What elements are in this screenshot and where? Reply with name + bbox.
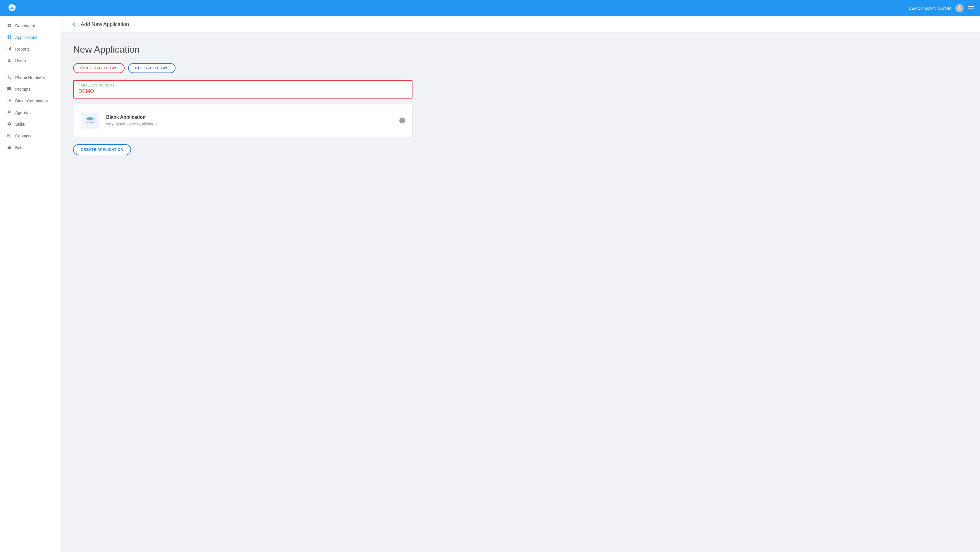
logo: [6, 2, 19, 14]
field-value: DEMO: [78, 88, 407, 94]
sidebar-item-agents[interactable]: Agents: [0, 107, 61, 118]
sidebar-item-prompts[interactable]: Prompts: [0, 83, 61, 95]
svg-point-17: [8, 111, 9, 112]
sidebar-label-skills: Skills: [15, 122, 25, 127]
svg-rect-22: [7, 147, 11, 149]
svg-point-0: [959, 6, 960, 8]
sidebar-item-reports[interactable]: Reports: [0, 43, 61, 55]
blank-application-card[interactable]: zomnio Blank Application New blank voice…: [73, 104, 412, 137]
settings-icon: [6, 122, 12, 127]
svg-rect-27: [8, 148, 9, 149]
dialpad-icon: [6, 98, 12, 103]
page-header: Add New Application: [61, 16, 980, 32]
tab-voice-callflows[interactable]: VOICE CALLFLOWS: [73, 63, 125, 73]
application-name-field[interactable]: * APPLICATION NAME DEMO: [73, 80, 412, 98]
sidebar-label-dialer-campaigns: Dialer Campaigns: [15, 98, 48, 103]
phone-icon: [6, 75, 12, 80]
sidebar-label-contacts: Contacts: [15, 133, 31, 138]
sidebar-label-agents: Agents: [15, 110, 28, 115]
svg-point-14: [10, 100, 11, 101]
svg-point-11: [10, 99, 11, 100]
avatar[interactable]: [955, 4, 964, 12]
sidebar-label-users: Users: [15, 59, 26, 63]
svg-point-18: [10, 111, 11, 112]
page-title: Add New Application: [81, 21, 129, 27]
main-content: Add New Application New Application VOIC…: [61, 16, 980, 552]
sidebar-item-dialer-campaigns[interactable]: Dialer Campaigns: [0, 95, 61, 107]
sidebar-item-bots[interactable]: Bots: [0, 142, 61, 154]
sidebar-label-phone-numbers: Phone Numbers: [15, 75, 45, 80]
header-right: DEMO@ZOMNIO.COM: [908, 4, 974, 12]
sidebar-item-applications[interactable]: Applications: [0, 32, 61, 43]
new-application-title: New Application: [73, 44, 968, 55]
sidebar-label-reports: Reports: [15, 47, 30, 51]
card-description: New blank voice application.: [106, 122, 392, 126]
field-label: * APPLICATION NAME: [78, 84, 407, 87]
sidebar-item-contacts[interactable]: Contacts: [0, 130, 61, 142]
person-icon: [6, 58, 12, 63]
svg-point-16: [9, 102, 10, 102]
sidebar-item-dashboard[interactable]: Dashboard: [0, 20, 61, 32]
sidebar-label-applications: Applications: [15, 35, 37, 40]
card-title: Blank Application: [106, 114, 392, 120]
bar-chart-icon: [6, 46, 12, 52]
svg-point-12: [7, 100, 8, 101]
card-radio[interactable]: [399, 117, 405, 124]
svg-point-8: [8, 59, 10, 60]
svg-point-25: [10, 148, 10, 148]
hamburger-menu[interactable]: [968, 6, 974, 10]
robot-icon: [6, 145, 12, 150]
svg-rect-6: [9, 48, 10, 50]
sidebar-item-phone-numbers[interactable]: Phone Numbers: [0, 71, 61, 83]
sidebar-label-bots: Bots: [15, 145, 24, 150]
create-application-button[interactable]: CREATE APPLICATION: [73, 144, 131, 155]
svg-rect-2: [10, 24, 11, 25]
book-icon: [6, 133, 12, 139]
sidebar: Dashboard Applications Reports Users Ph: [0, 16, 61, 552]
svg-rect-4: [10, 25, 11, 27]
tab-bot-callflows[interactable]: BOT CALLFLOWS: [128, 63, 175, 73]
svg-rect-3: [7, 25, 9, 27]
back-button[interactable]: [71, 21, 77, 27]
svg-point-15: [7, 102, 8, 102]
people-icon: [6, 110, 12, 115]
svg-text:zomnio: zomnio: [86, 121, 94, 124]
svg-point-13: [9, 100, 10, 101]
sidebar-label-prompts: Prompts: [15, 87, 30, 92]
sidebar-item-users[interactable]: Users: [0, 55, 61, 67]
content-area: New Application VOICE CALLFLOWS BOT CALL…: [61, 32, 980, 167]
card-logo: zomnio: [80, 111, 99, 130]
svg-rect-7: [10, 47, 11, 50]
sidebar-label-dashboard: Dashboard: [15, 24, 35, 28]
chat-icon: [6, 87, 12, 92]
svg-rect-1: [7, 24, 9, 25]
svg-point-9: [7, 99, 8, 100]
top-header: DEMO@ZOMNIO.COM: [0, 0, 980, 16]
card-info: Blank Application New blank voice applic…: [106, 114, 392, 126]
svg-rect-5: [7, 49, 8, 51]
svg-point-10: [9, 99, 10, 100]
user-email: DEMO@ZOMNIO.COM: [908, 6, 951, 11]
apps-icon: [6, 35, 12, 40]
tab-row: VOICE CALLFLOWS BOT CALLFLOWS: [73, 63, 968, 73]
grid-icon: [6, 23, 12, 29]
sidebar-item-skills[interactable]: Skills: [0, 118, 61, 130]
svg-point-24: [8, 148, 9, 148]
